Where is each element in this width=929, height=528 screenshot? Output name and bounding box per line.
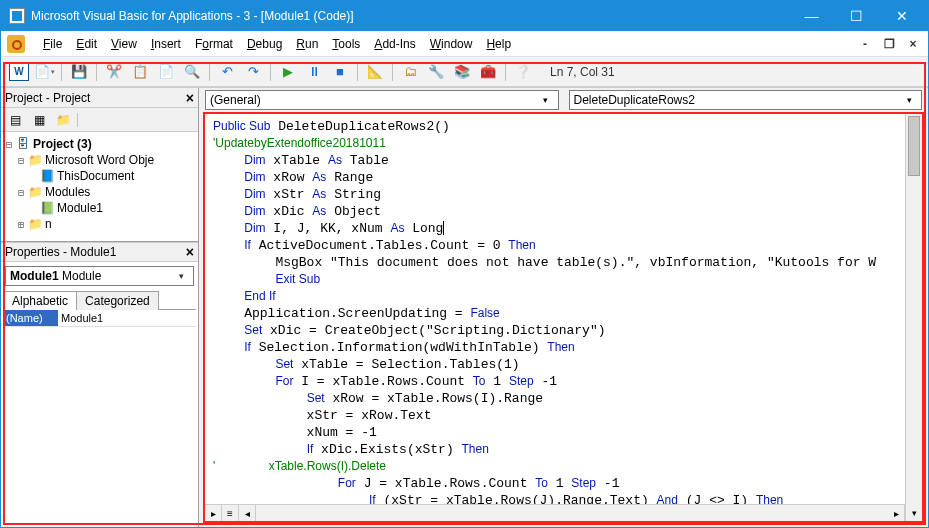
child-minimize-button[interactable]: - xyxy=(856,35,874,53)
code-editor[interactable]: Public Sub DeleteDuplicateRows2() 'Updat… xyxy=(203,112,924,523)
separator xyxy=(392,63,393,81)
project-explorer-button[interactable]: 🗂 xyxy=(399,61,421,83)
cut-button[interactable]: ✂️ xyxy=(103,61,125,83)
separator xyxy=(209,63,210,81)
properties-panel-title: Properties - Module1 × xyxy=(1,242,198,262)
scroll-right-icon[interactable]: ▸ xyxy=(888,505,905,522)
object-combo[interactable]: (General)▾ xyxy=(205,90,559,110)
menu-run[interactable]: Run xyxy=(290,35,324,53)
left-column: Project - Project × ▤ ▦ 📁 ⊟🗄Project (3) … xyxy=(1,88,199,527)
scroll-left-icon[interactable]: ◂ xyxy=(239,505,256,522)
code-text[interactable]: Public Sub DeleteDuplicateRows2() 'Updat… xyxy=(205,114,905,504)
child-close-button[interactable]: × xyxy=(904,35,922,53)
vertical-scrollbar[interactable]: ▴ ▾ xyxy=(905,114,922,521)
view-code-button[interactable]: ▤ xyxy=(5,111,25,129)
code-area: (General)▾ DeleteDuplicateRows2▾ Public … xyxy=(199,88,928,527)
project-panel-label: Project - Project xyxy=(5,91,90,105)
view-word-button[interactable]: W xyxy=(9,63,29,81)
project-tree[interactable]: ⊟🗄Project (3) ⊟📁Microsoft Word Obje 📘Thi… xyxy=(1,132,198,242)
horizontal-scrollbar[interactable]: ▸ ≡ ◂ ▸ xyxy=(205,504,905,521)
code-combo-row: (General)▾ DeleteDuplicateRows2▾ xyxy=(199,88,928,112)
toolbar: W 📄▾ 💾 ✂️ 📋 📄 🔍 ↶ ↷ ▶ ⏸ ■ 📐 🗂 🔧 📚 🧰 ❔ Ln… xyxy=(1,57,928,87)
menu-file[interactable]: File xyxy=(37,35,68,53)
properties-panel-label: Properties - Module1 xyxy=(5,245,116,259)
window-title: Microsoft Visual Basic for Applications … xyxy=(31,9,789,23)
property-name: (Name) xyxy=(3,310,58,326)
chevron-down-icon: ▾ xyxy=(173,271,189,281)
help-button[interactable]: ❔ xyxy=(512,61,534,83)
scroll-thumb[interactable] xyxy=(908,116,920,176)
tree-folder-modules[interactable]: ⊟📁Modules xyxy=(3,184,196,200)
tree-item-thisdocument[interactable]: 📘ThisDocument xyxy=(3,168,196,184)
project-panel-close-button[interactable]: × xyxy=(186,90,194,106)
close-button[interactable]: ✕ xyxy=(879,1,924,31)
separator xyxy=(505,63,506,81)
tree-item-module1[interactable]: 📗Module1 xyxy=(3,200,196,216)
properties-object-combo[interactable]: Module1 Module ▾ xyxy=(5,266,194,286)
design-mode-button[interactable]: 📐 xyxy=(364,61,386,83)
menu-format[interactable]: Format xyxy=(189,35,239,53)
project-panel-title: Project - Project × xyxy=(1,88,198,108)
procedure-combo[interactable]: DeleteDuplicateRows2▾ xyxy=(569,90,923,110)
tab-categorized[interactable]: Categorized xyxy=(76,291,159,310)
reset-button[interactable]: ■ xyxy=(329,61,351,83)
separator xyxy=(96,63,97,81)
procedure-view-button[interactable]: ▸ xyxy=(205,505,222,522)
separator xyxy=(357,63,358,81)
full-module-view-button[interactable]: ≡ xyxy=(222,505,239,522)
title-bar: Microsoft Visual Basic for Applications … xyxy=(1,1,928,31)
break-button[interactable]: ⏸ xyxy=(303,61,325,83)
properties-grid[interactable]: (Name) Module1 xyxy=(3,310,196,525)
minimize-button[interactable]: — xyxy=(789,1,834,31)
properties-panel-close-button[interactable]: × xyxy=(186,244,194,260)
vba-icon xyxy=(7,35,25,53)
insert-menu-button[interactable]: 📄▾ xyxy=(33,61,55,83)
menu-tools[interactable]: Tools xyxy=(326,35,366,53)
menu-addins[interactable]: Add-Ins xyxy=(368,35,421,53)
maximize-button[interactable]: ☐ xyxy=(834,1,879,31)
run-button[interactable]: ▶ xyxy=(277,61,299,83)
separator xyxy=(270,63,271,81)
menu-bar: File Edit View Insert Format Debug Run T… xyxy=(1,31,928,57)
properties-button[interactable]: 🔧 xyxy=(425,61,447,83)
copy-button[interactable]: 📋 xyxy=(129,61,151,83)
tree-root[interactable]: ⊟🗄Project (3) xyxy=(3,136,196,152)
project-toolbar: ▤ ▦ 📁 xyxy=(1,108,198,132)
menu-view[interactable]: View xyxy=(105,35,143,53)
menu-window[interactable]: Window xyxy=(424,35,479,53)
tree-folder-references[interactable]: ⊞📁n xyxy=(3,216,196,232)
menu-insert[interactable]: Insert xyxy=(145,35,187,53)
find-button[interactable]: 🔍 xyxy=(181,61,203,83)
menu-help[interactable]: Help xyxy=(480,35,517,53)
properties-tabs: Alphabetic Categorized xyxy=(3,290,196,310)
chevron-down-icon: ▾ xyxy=(538,95,554,105)
property-row[interactable]: (Name) Module1 xyxy=(3,310,196,327)
object-browser-button[interactable]: 📚 xyxy=(451,61,473,83)
app-icon xyxy=(9,8,25,24)
tree-folder-word-objects[interactable]: ⊟📁Microsoft Word Obje xyxy=(3,152,196,168)
separator xyxy=(77,113,78,127)
menu-edit[interactable]: Edit xyxy=(70,35,103,53)
toolbox-button[interactable]: 🧰 xyxy=(477,61,499,83)
chevron-down-icon: ▾ xyxy=(901,95,917,105)
separator xyxy=(61,63,62,81)
paste-button[interactable]: 📄 xyxy=(155,61,177,83)
redo-button[interactable]: ↷ xyxy=(242,61,264,83)
toggle-folders-button[interactable]: 📁 xyxy=(53,111,73,129)
child-restore-button[interactable]: ❐ xyxy=(880,35,898,53)
body-area: Project - Project × ▤ ▦ 📁 ⊟🗄Project (3) … xyxy=(1,87,928,527)
tab-alphabetic[interactable]: Alphabetic xyxy=(3,291,77,310)
undo-button[interactable]: ↶ xyxy=(216,61,238,83)
scroll-down-icon[interactable]: ▾ xyxy=(906,504,922,521)
property-value[interactable]: Module1 xyxy=(58,310,196,326)
view-object-button[interactable]: ▦ xyxy=(29,111,49,129)
menu-debug[interactable]: Debug xyxy=(241,35,288,53)
save-button[interactable]: 💾 xyxy=(68,61,90,83)
cursor-position: Ln 7, Col 31 xyxy=(550,65,615,79)
